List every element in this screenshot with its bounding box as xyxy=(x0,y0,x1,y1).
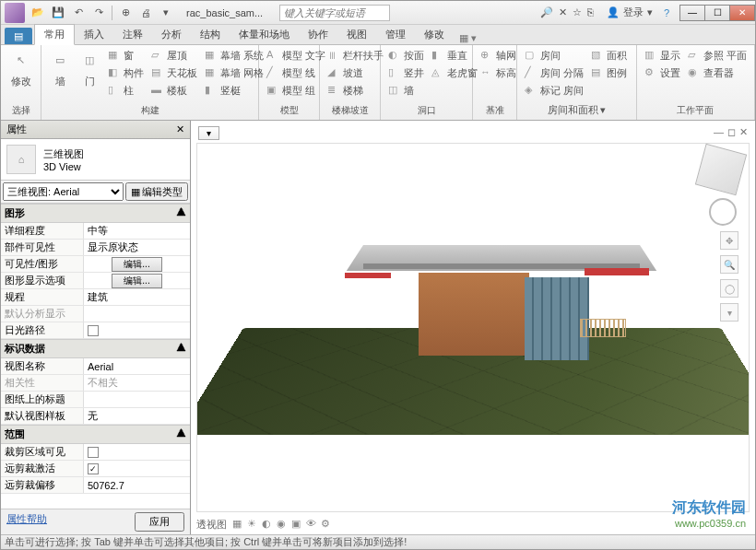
instance-selector[interactable]: 三维视图: Aerial xyxy=(3,182,124,201)
perspective-label[interactable]: 透视图 xyxy=(196,518,227,532)
wall-button[interactable]: ▭墙 xyxy=(47,47,73,88)
set-button[interactable]: ⚙设置 xyxy=(643,64,682,81)
tab-manage[interactable]: 管理 xyxy=(376,25,415,44)
type-selector[interactable]: ⌂ 三维视图 3D View xyxy=(1,139,190,181)
grid-button[interactable]: ⊕轴网 xyxy=(478,47,518,64)
show-button[interactable]: ▥显示 xyxy=(643,47,682,64)
print-icon[interactable]: 🖨 xyxy=(136,4,155,22)
close-view-icon[interactable]: ✕ xyxy=(739,126,748,138)
column-button[interactable]: ▯柱 xyxy=(106,82,146,99)
roof-button[interactable]: ▱屋顶 xyxy=(149,47,199,64)
ribbon-extra[interactable]: ▦ ▾ xyxy=(459,32,477,44)
file-button[interactable]: ▤ xyxy=(5,28,32,44)
render-icon[interactable]: ◉ xyxy=(277,518,289,531)
save-icon[interactable]: 💾 xyxy=(49,4,67,22)
dormer-button[interactable]: ◬老虎窗 xyxy=(430,64,479,81)
roomsep-button[interactable]: ╱房间 分隔 xyxy=(523,64,585,81)
login-button[interactable]: 👤 登录 ▾ xyxy=(607,6,653,19)
tab-massing[interactable]: 体量和场地 xyxy=(230,25,299,44)
undo-icon[interactable]: ↶ xyxy=(69,4,88,22)
redo-icon[interactable]: ↷ xyxy=(89,4,108,22)
restore-icon[interactable]: — xyxy=(714,126,724,138)
maximize-view-icon[interactable]: ◻ xyxy=(727,126,736,138)
star-icon[interactable]: ☆ xyxy=(573,6,582,18)
tab-annotate[interactable]: 注释 xyxy=(113,25,152,44)
curtainsys-button[interactable]: ▦幕墙 系统 xyxy=(203,47,266,64)
visibility-field[interactable]: 显示原状态 xyxy=(84,240,190,255)
reveal-icon[interactable]: ⚙ xyxy=(321,518,334,531)
view-tab[interactable]: ▾ xyxy=(198,126,219,140)
pan-icon[interactable]: ✥ xyxy=(720,231,738,250)
window-button[interactable]: ▦窗 xyxy=(106,47,146,64)
farclip-checkbox[interactable] xyxy=(88,463,99,474)
railing-button[interactable]: ⫼栏杆扶手 xyxy=(325,47,385,64)
sync-icon[interactable]: ⊕ xyxy=(116,4,135,22)
nav-wheel[interactable] xyxy=(709,198,737,226)
search-input[interactable] xyxy=(279,5,390,21)
discipline-field[interactable]: 建筑 xyxy=(84,289,190,305)
edit-type-button[interactable]: ▦编辑类型 xyxy=(125,182,188,201)
viewport[interactable]: ▾ — ◻ ✕ ✥ 🔍 ◯ ▾ 透视图 xyxy=(191,121,755,534)
maximize-button[interactable]: ☐ xyxy=(704,5,730,21)
edit-vis-button[interactable]: 编辑... xyxy=(112,257,161,272)
cat-identity[interactable]: 标识数据⯅ xyxy=(1,339,190,358)
cat-graphics[interactable]: 图形⯅ xyxy=(1,204,190,223)
stair-button[interactable]: ≣楼梯 xyxy=(325,82,385,99)
help-icon[interactable]: ? xyxy=(664,7,669,18)
tab-modify[interactable]: 修改 xyxy=(415,25,454,44)
tab-view[interactable]: 视图 xyxy=(337,25,376,44)
mullion-button[interactable]: ▮竖梃 xyxy=(203,82,266,99)
tab-structure[interactable]: 结构 xyxy=(191,25,230,44)
floor-button[interactable]: ▬楼板 xyxy=(149,82,199,99)
canvas-3d[interactable] xyxy=(196,143,750,512)
close-button[interactable]: ✕ xyxy=(729,5,755,21)
viewname-field[interactable]: Aerial xyxy=(84,358,190,374)
dropdown-icon[interactable]: ▾ xyxy=(157,4,175,22)
cat-extent[interactable]: 范围⯅ xyxy=(1,425,190,444)
orbit-icon[interactable]: ◯ xyxy=(720,279,738,298)
minimize-button[interactable]: — xyxy=(679,5,705,21)
more-icon[interactable]: ▾ xyxy=(720,303,738,322)
crop-checkbox[interactable] xyxy=(88,447,99,458)
binoculars-icon[interactable]: 🔎 xyxy=(540,6,553,18)
ramp-button[interactable]: ◢坡道 xyxy=(325,64,385,81)
legend-button[interactable]: ▤图例 xyxy=(589,64,629,81)
apply-button[interactable]: 应用 xyxy=(135,512,184,532)
component-button[interactable]: ◧构件 xyxy=(106,64,146,81)
refplane-button[interactable]: ▱参照 平面 xyxy=(686,47,749,64)
level-button[interactable]: ↔标高 xyxy=(478,64,518,81)
comm-icon[interactable]: ✕ xyxy=(559,6,567,18)
ceiling-button[interactable]: ▤天花板 xyxy=(149,64,199,81)
modify-tool[interactable]: ↖修改 xyxy=(6,47,35,88)
tab-collab[interactable]: 协作 xyxy=(299,25,337,44)
modeltext-button[interactable]: A模型 文字 xyxy=(265,47,327,64)
bookmark-icon[interactable]: ⎘ xyxy=(587,6,594,18)
area-button[interactable]: ▧面积 xyxy=(589,47,629,64)
hide-icon[interactable]: 👁 xyxy=(306,518,319,531)
tab-insert[interactable]: 插入 xyxy=(75,25,113,44)
close-icon[interactable]: ✕ xyxy=(176,123,184,135)
modelline-button[interactable]: ╱模型 线 xyxy=(265,64,327,81)
door-button[interactable]: ◫门 xyxy=(77,47,102,88)
byface-button[interactable]: ◐按面 xyxy=(386,47,426,64)
visual-style-icon[interactable]: ▦ xyxy=(232,518,245,531)
template-field[interactable]: 无 xyxy=(84,408,190,424)
detail-field[interactable]: 中等 xyxy=(84,223,190,239)
crop-icon[interactable]: ▣ xyxy=(291,518,304,531)
room-button[interactable]: ▢房间 xyxy=(523,47,585,64)
shaft-button[interactable]: ▯竖井 xyxy=(386,64,426,81)
shadows-icon[interactable]: ◐ xyxy=(262,518,275,531)
sunpath-icon[interactable]: ☀ xyxy=(247,518,260,531)
vertical-button[interactable]: ▮垂直 xyxy=(430,47,479,64)
viewer-button[interactable]: ◉查看器 xyxy=(686,64,749,81)
tagroom-button[interactable]: ◈标记 房间 xyxy=(523,82,585,99)
sunpath-checkbox[interactable] xyxy=(88,325,99,336)
modelgroup-button[interactable]: ▣模型 组 xyxy=(265,82,327,99)
faroffset-field[interactable]: 50762.7 xyxy=(84,477,190,493)
properties-help-link[interactable]: 属性帮助 xyxy=(6,512,47,532)
app-icon[interactable] xyxy=(5,3,25,23)
wallopen-button[interactable]: ◫墙 xyxy=(386,82,426,99)
open-icon[interactable]: 📂 xyxy=(29,4,47,22)
tab-analyze[interactable]: 分析 xyxy=(152,25,191,44)
sheettitle-field[interactable] xyxy=(84,392,190,407)
